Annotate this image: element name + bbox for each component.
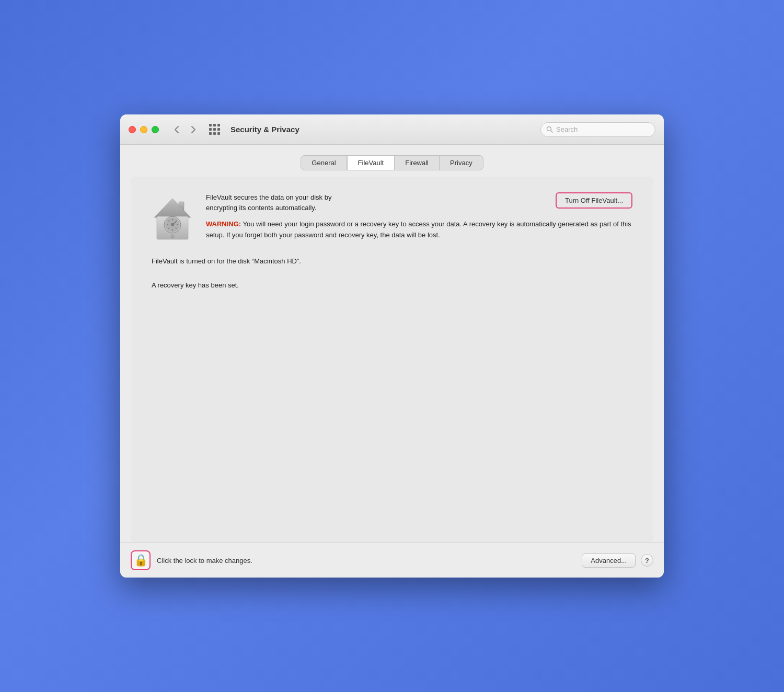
tab-filevault[interactable]: FileVault	[347, 155, 395, 170]
svg-line-1	[551, 131, 553, 133]
minimize-button[interactable]	[140, 126, 147, 133]
filevault-status: FileVault is turned on for the disk “Mac…	[152, 256, 632, 267]
search-placeholder: Search	[556, 125, 578, 133]
tab-firewall[interactable]: Firewall	[395, 155, 440, 170]
warning-text: You will need your login password or a r…	[206, 220, 631, 239]
tab-bar: General FileVault Firewall Privacy	[131, 155, 653, 170]
lock-label: Click the lock to make changes.	[157, 557, 575, 564]
recovery-key-status: A recovery key has been set.	[152, 281, 632, 289]
content-area: General FileVault Firewall Privacy Turn …	[120, 145, 664, 543]
search-box[interactable]: Search	[540, 122, 655, 137]
grid-icon[interactable]	[209, 124, 220, 135]
traffic-lights	[129, 126, 159, 133]
lock-icon: 🔒	[134, 553, 148, 567]
warning-label: WARNING:	[206, 220, 241, 228]
filevault-warning: WARNING: You will need your login passwo…	[206, 219, 632, 241]
help-button[interactable]: ?	[641, 554, 653, 567]
system-preferences-window: Security & Privacy Search General FileVa…	[120, 114, 664, 578]
svg-point-17	[171, 235, 174, 238]
search-icon	[546, 126, 553, 133]
window-title: Security & Privacy	[230, 125, 299, 134]
maximize-button[interactable]	[152, 126, 159, 133]
back-button[interactable]	[169, 122, 184, 137]
bottom-right-controls: Advanced... ?	[582, 553, 653, 568]
bottom-bar: 🔒 Click the lock to make changes. Advanc…	[120, 543, 664, 578]
turn-off-filevault-button[interactable]: Turn Off FileVault...	[556, 192, 632, 209]
nav-buttons	[169, 122, 201, 137]
filevault-icon	[152, 194, 193, 241]
svg-marker-3	[154, 199, 191, 217]
forward-button[interactable]	[186, 122, 201, 137]
advanced-button[interactable]: Advanced...	[582, 553, 636, 568]
lock-button[interactable]: 🔒	[131, 550, 151, 570]
close-button[interactable]	[129, 126, 136, 133]
filevault-panel: Turn Off FileVault...	[131, 177, 653, 543]
tab-general[interactable]: General	[301, 155, 347, 170]
titlebar: Security & Privacy Search	[120, 114, 664, 145]
tab-privacy[interactable]: Privacy	[440, 155, 483, 170]
